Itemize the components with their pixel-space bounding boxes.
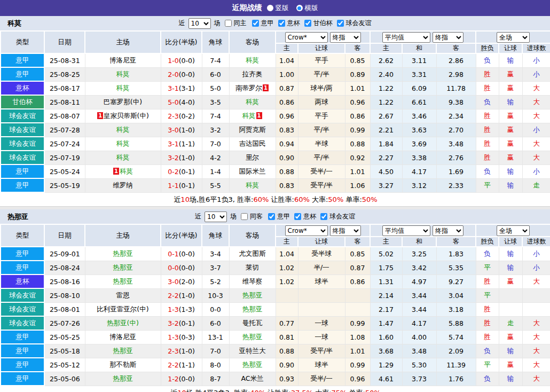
score-halftime: (0-2) xyxy=(179,112,195,120)
home-team-name[interactable]: 维罗纳 xyxy=(113,181,133,189)
home-team-name[interactable]: 科莫 xyxy=(116,126,130,134)
matches-count-select[interactable]: 10 xyxy=(205,211,227,222)
league-checkbox-0[interactable] xyxy=(252,20,259,27)
home-team-cell: 热那亚(中) xyxy=(85,316,161,330)
home-team-name[interactable]: 科莫 xyxy=(116,70,130,78)
home-team-name[interactable]: 科莫 xyxy=(116,84,130,92)
full-match-select[interactable]: 全场 xyxy=(497,32,530,43)
away-team-name[interactable]: 维琴察 xyxy=(242,277,263,285)
away-team-name[interactable]: 热那亚 xyxy=(242,305,263,313)
away-team-name[interactable]: 亚特兰大 xyxy=(239,347,266,355)
average-select[interactable]: 平均值 xyxy=(382,225,430,236)
home-team-name[interactable]: 热那亚(中) xyxy=(107,319,139,327)
league-checkbox-2[interactable] xyxy=(304,20,311,27)
home-team-name[interactable]: 热那亚 xyxy=(113,374,133,382)
home-team-cell: 那不勒斯 xyxy=(85,358,161,372)
result-wdl: 胜 xyxy=(476,81,499,95)
final-odds-select-2[interactable]: 终指 xyxy=(433,32,463,43)
away-team-name[interactable]: AC米兰 xyxy=(241,374,263,382)
crow-select[interactable]: Crow* xyxy=(285,225,328,236)
home-team-name[interactable]: 科莫 xyxy=(116,153,130,161)
same-side-checkbox[interactable] xyxy=(241,213,248,220)
home-team-name[interactable]: 科莫 xyxy=(120,167,133,175)
crow-home-odds: 0.96 xyxy=(276,109,298,123)
home-team-name[interactable]: 皇家贝蒂斯(中) xyxy=(104,112,149,120)
result-wdl: 平 xyxy=(476,178,499,192)
final-odds-select-2[interactable]: 终指 xyxy=(433,225,463,236)
away-team-name[interactable]: 科莫 xyxy=(246,56,259,64)
summary-cell: 近10场,胜6平1负3, 胜率:60% 让胜率:60% 大率:50% 单率:50… xyxy=(1,192,550,206)
table-body: 意甲25-09-01热那亚0-1(0-0)3-4尤文图斯1.04受半球0.855… xyxy=(1,247,550,386)
crow-away-odds: 1.08 xyxy=(345,330,370,344)
away-team-name[interactable]: 吉达国民 xyxy=(239,139,266,147)
crow-home-odds: 0.83 xyxy=(276,178,298,192)
away-team-name[interactable]: 国际米兰 xyxy=(239,167,266,175)
full-match-select[interactable]: 全场 xyxy=(497,225,530,236)
away-team-name[interactable]: 曼托瓦 xyxy=(242,319,263,327)
score-cell: 2-2(1-0) xyxy=(161,288,202,302)
home-team-name[interactable]: 热那亚 xyxy=(113,347,133,355)
league-checkbox-0[interactable] xyxy=(268,213,275,220)
avg-draw-odds: 6.09 xyxy=(402,81,436,95)
col-score: 比分(半场) xyxy=(161,224,202,247)
summary-segment: 50% xyxy=(365,389,381,392)
summary-segment: 37.5% xyxy=(291,389,313,392)
avg-draw-odds: 3.48 xyxy=(402,344,436,358)
score-halftime: (1-3) xyxy=(179,305,195,313)
matches-count-select[interactable]: 10 xyxy=(188,18,211,29)
avg-draw-odds: 4.17 xyxy=(402,164,436,178)
avg-draw-odds: 5.30 xyxy=(402,358,436,372)
average-select[interactable]: 平均值 xyxy=(382,32,430,43)
home-team-name[interactable]: 那不勒斯 xyxy=(109,360,136,369)
crow-handicap: 一球 xyxy=(298,316,345,330)
away-team-name[interactable]: 莱切 xyxy=(246,263,259,271)
final-odds-select-1[interactable]: 终指 xyxy=(330,32,361,43)
date-cell: 25-05-18 xyxy=(44,344,85,358)
page-title: 近期战绩 xyxy=(232,3,262,13)
home-team-name[interactable]: 比利亚雷亚尔(中) xyxy=(97,305,148,313)
away-team-name[interactable]: 热那亚 xyxy=(242,333,263,341)
crow-select[interactable]: Crow* xyxy=(285,32,328,43)
away-team-name[interactable]: 科莫 xyxy=(246,181,259,189)
away-team-cell: 里尔 xyxy=(229,151,276,164)
away-team-name[interactable]: 科莫 xyxy=(246,98,259,106)
score-fulltime: 2-0 xyxy=(168,70,178,79)
crow-away-odds: 1.01 xyxy=(345,164,370,178)
away-team-name[interactable]: 热那亚 xyxy=(242,291,263,299)
league-checkbox-3[interactable] xyxy=(337,20,344,27)
league-checkbox-label-3: 球会友谊 xyxy=(346,19,372,28)
score-fulltime: 0-1 xyxy=(168,250,178,258)
home-team-name[interactable]: 热那亚 xyxy=(113,277,133,285)
league-checkbox-1[interactable] xyxy=(278,20,285,27)
filter-controls: 近10场同主意甲意杯甘伯杯球会友谊 xyxy=(179,18,372,29)
away-team-name[interactable]: 南蒂罗尔 xyxy=(235,84,262,92)
radio-vertical-icon[interactable] xyxy=(267,5,273,11)
result-goals: 小 xyxy=(522,261,550,275)
radio-vertical-layout[interactable]: 竖版 xyxy=(267,4,289,13)
away-team-name[interactable]: 尤文图斯 xyxy=(239,249,266,257)
league-checkbox-1[interactable] xyxy=(294,213,301,220)
radio-horizontal-icon[interactable] xyxy=(296,5,303,11)
away-team-name[interactable]: 里尔 xyxy=(246,153,259,161)
away-team-name[interactable]: 拉齐奥 xyxy=(242,70,263,78)
crow-away-odds: 0.96 xyxy=(345,372,370,386)
away-team-name[interactable]: 热那亚 xyxy=(242,360,263,369)
home-team-name[interactable]: 巴塞罗那(中) xyxy=(104,98,142,106)
table-row: 意甲25-09-01热那亚0-1(0-0)3-4尤文图斯1.04受半球0.855… xyxy=(1,247,550,261)
date-cell: 25-08-10 xyxy=(44,288,85,302)
radio-horizontal-layout[interactable]: 横版 xyxy=(296,4,318,13)
result-handicap: 输 xyxy=(499,247,522,261)
date-cell: 25-07-19 xyxy=(44,151,85,164)
same-side-checkbox[interactable] xyxy=(225,20,232,27)
home-team-name[interactable]: 雷恩 xyxy=(116,291,130,299)
home-team-name[interactable]: 科莫 xyxy=(116,139,130,147)
home-team-name[interactable]: 热那亚 xyxy=(113,263,133,271)
league-checkbox-2[interactable] xyxy=(320,213,327,220)
final-odds-select-1[interactable]: 终指 xyxy=(330,225,361,236)
home-team-name[interactable]: 热那亚 xyxy=(113,249,133,257)
away-team-name[interactable]: 科莫 xyxy=(242,112,256,120)
away-team-name[interactable]: 阿贾克斯 xyxy=(239,126,266,134)
home-team-name[interactable]: 博洛尼亚 xyxy=(109,56,136,64)
home-team-name[interactable]: 博洛尼亚 xyxy=(109,333,136,341)
crow-home-odds: 0.77 xyxy=(276,316,298,330)
